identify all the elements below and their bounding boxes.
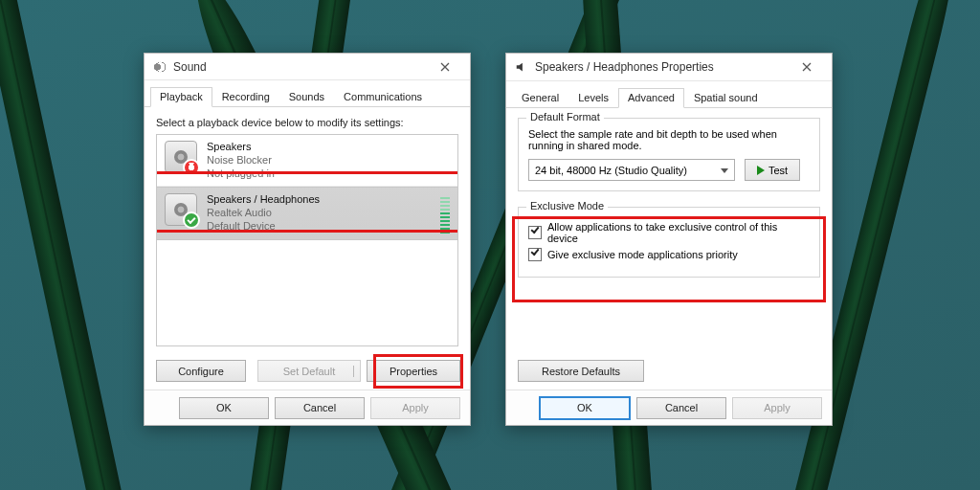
group-legend: Exclusive Mode (526, 200, 608, 212)
checkbox-label: Give exclusive mode applications priorit… (547, 249, 738, 260)
volume-meter-icon (440, 193, 450, 233)
cancel-button[interactable]: Cancel (636, 397, 726, 419)
device-driver: Noise Blocker (207, 154, 275, 167)
default-ok-badge-icon (183, 212, 200, 229)
device-list[interactable]: Speakers Noise Blocker Not plugged in Sp… (156, 134, 458, 346)
tabs: General Levels Advanced Spatial sound (506, 87, 832, 108)
allow-exclusive-checkbox[interactable]: Allow applications to take exclusive con… (528, 221, 810, 244)
restore-defaults-button[interactable]: Restore Defaults (518, 360, 644, 382)
checkbox-icon (528, 248, 542, 261)
instruction-text: Select a playback device below to modify… (156, 117, 458, 128)
properties-button[interactable]: Properties (367, 360, 460, 382)
tab-sounds[interactable]: Sounds (279, 87, 334, 107)
window-title: Speakers / Headphones Properties (535, 60, 788, 74)
device-status: Not plugged in (207, 167, 275, 181)
tab-playback[interactable]: Playback (150, 87, 212, 107)
ok-button[interactable]: OK (539, 396, 631, 420)
device-item[interactable]: Speakers Noise Blocker Not plugged in (157, 135, 457, 187)
device-driver: Realtek Audio (207, 207, 320, 220)
titlebar[interactable]: Speakers / Headphones Properties (506, 54, 832, 81)
exclusive-priority-checkbox[interactable]: Give exclusive mode applications priorit… (528, 248, 810, 261)
tab-communications[interactable]: Communications (334, 87, 432, 107)
select-value: 24 bit, 48000 Hz (Studio Quality) (535, 165, 687, 176)
cancel-button[interactable]: Cancel (275, 397, 365, 419)
speaker-properties-dialog: Speakers / Headphones Properties General… (505, 53, 833, 426)
apply-button[interactable]: Apply (370, 397, 460, 419)
titlebar[interactable]: Sound (145, 54, 470, 80)
device-item-selected[interactable]: Speakers / Headphones Realtek Audio Defa… (157, 187, 457, 239)
tab-advanced[interactable]: Advanced (618, 88, 684, 108)
speaker-device-icon (165, 141, 197, 173)
close-button[interactable] (426, 56, 464, 78)
set-default-button[interactable]: Set Default (257, 360, 361, 382)
default-format-group: Default Format Select the sample rate an… (518, 118, 820, 191)
tabs: Playback Recording Sounds Communications (145, 86, 470, 107)
sample-rate-select[interactable]: 24 bit, 48000 Hz (Studio Quality) (528, 159, 735, 181)
ok-button[interactable]: OK (179, 397, 269, 419)
device-name: Speakers / Headphones (207, 193, 320, 207)
play-icon (757, 166, 765, 175)
close-icon (802, 62, 812, 72)
exclusive-mode-group: Exclusive Mode Allow applications to tak… (518, 207, 820, 278)
sound-dialog: Sound Playback Recording Sounds Communic… (144, 53, 471, 426)
device-status: Default Device (207, 220, 320, 234)
sound-app-icon (152, 59, 167, 75)
tab-levels[interactable]: Levels (568, 88, 618, 108)
window-title: Sound (173, 60, 426, 74)
close-button[interactable] (788, 56, 826, 78)
configure-button[interactable]: Configure (156, 360, 246, 382)
device-name: Speakers (207, 141, 275, 154)
group-legend: Default Format (526, 111, 604, 122)
group-description: Select the sample rate and bit depth to … (528, 128, 810, 151)
tab-general[interactable]: General (512, 88, 568, 108)
test-button[interactable]: Test (745, 159, 800, 181)
tab-spatial-sound[interactable]: Spatial sound (684, 88, 768, 108)
plant-leaf (0, 0, 149, 490)
speaker-app-icon (514, 59, 529, 75)
test-label: Test (768, 165, 788, 176)
speaker-device-icon (165, 193, 197, 226)
checkbox-icon (528, 226, 542, 239)
apply-button[interactable]: Apply (732, 397, 822, 419)
tab-recording[interactable]: Recording (212, 87, 279, 107)
warning-badge-icon (183, 159, 200, 176)
checkbox-label: Allow applications to take exclusive con… (547, 221, 810, 244)
close-icon (440, 62, 450, 72)
